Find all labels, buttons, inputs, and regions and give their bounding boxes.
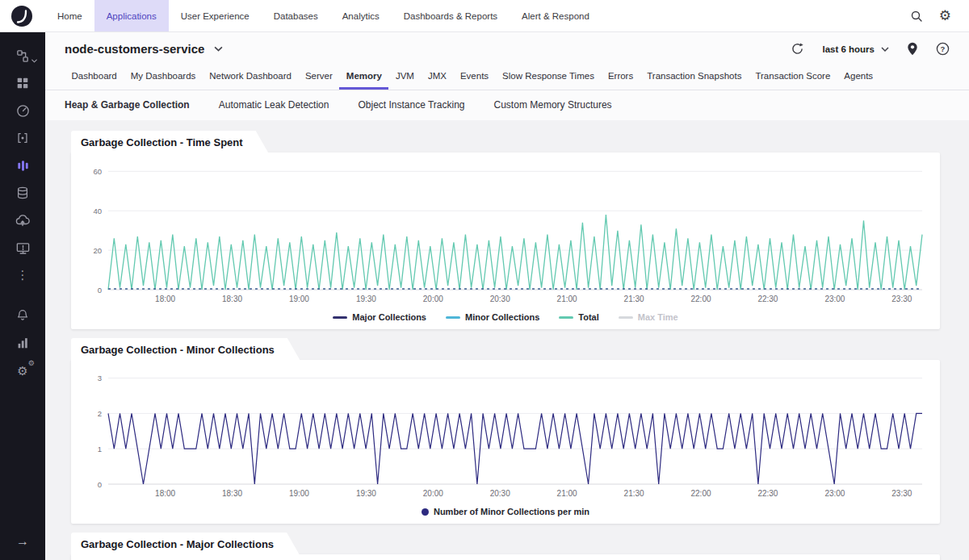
- chevron-down-icon: [214, 46, 223, 52]
- tab-network-dashboard[interactable]: Network Dashboard: [203, 62, 299, 90]
- chevron-down-icon: [31, 52, 37, 66]
- x-axis-tick-label: 23:30: [891, 489, 912, 498]
- gc-minor-collections-chart[interactable]: 0123: [79, 365, 932, 487]
- tab-dashboard[interactable]: Dashboard: [65, 62, 124, 90]
- main-content: node-customers-service last 6 hours ?: [45, 32, 969, 560]
- main-tab-bar: DashboardMy DashboardsNetwork DashboardS…: [45, 62, 969, 90]
- x-axis-tick-label: 21:30: [624, 295, 644, 303]
- tab-memory[interactable]: Memory: [339, 62, 388, 90]
- help-icon[interactable]: ?: [936, 42, 950, 56]
- time-range-selector[interactable]: last 6 hours: [822, 44, 889, 54]
- legend-label: Number of Minor Collections per min: [434, 507, 589, 516]
- nav-item-applications[interactable]: Applications: [94, 0, 169, 31]
- tiers-icon[interactable]: [7, 152, 38, 179]
- expand-sidebar-arrow-icon[interactable]: →: [16, 534, 29, 560]
- refresh-icon[interactable]: [791, 42, 804, 56]
- tab-transaction-snapshots[interactable]: Transaction Snapshots: [640, 62, 749, 90]
- topbar-actions: ⚙: [910, 0, 969, 31]
- notifications-bell-icon[interactable]: [7, 302, 38, 329]
- tab-transaction-score[interactable]: Transaction Score: [749, 62, 837, 90]
- gc-time-spent-chart[interactable]: 0204060: [79, 157, 932, 293]
- svg-text:60: 60: [93, 167, 102, 176]
- legend-item-minor-collections[interactable]: Minor Collections: [446, 312, 539, 322]
- appdynamics-logo-icon[interactable]: [11, 6, 32, 27]
- reports-bar-chart-icon[interactable]: [7, 329, 38, 357]
- charts-area: Garbage Collection - Time Spent 0204060 …: [45, 120, 969, 560]
- x-axis-tick-label: 18:30: [222, 295, 242, 303]
- legend-swatch: [559, 316, 573, 319]
- x-axis-tick-label: 19:30: [356, 489, 376, 498]
- svg-text:1: 1: [98, 445, 102, 453]
- tab-errors[interactable]: Errors: [601, 62, 640, 90]
- x-axis-tick-label: 20:30: [490, 489, 510, 498]
- application-flow-icon[interactable]: [7, 42, 38, 69]
- legend-label: Minor Collections: [465, 312, 539, 322]
- legend-label: Major Collections: [352, 312, 426, 322]
- chart-title: Garbage Collection - Minor Collections: [71, 338, 300, 361]
- x-axis-tick-label: 18:30: [222, 489, 242, 498]
- more-options-icon[interactable]: ⋮: [7, 261, 38, 289]
- top-nav-menu: HomeApplicationsUser ExperienceDatabases…: [45, 0, 602, 31]
- tab-jmx[interactable]: JMX: [421, 62, 453, 90]
- legend-item-major-collections[interactable]: Major Collections: [333, 312, 426, 322]
- chart-legend: Number of Minor Collections per min: [79, 500, 932, 519]
- location-pin-icon[interactable]: [907, 42, 918, 56]
- gc-major-collections-chart[interactable]: [71, 554, 940, 560]
- subtab-object-instance-tracking[interactable]: Object Instance Tracking: [358, 99, 464, 111]
- cloud-icon[interactable]: [7, 207, 38, 234]
- top-navigation-bar: HomeApplicationsUser ExperienceDatabases…: [0, 0, 969, 32]
- tab-agents[interactable]: Agents: [837, 62, 880, 90]
- database-icon[interactable]: [7, 179, 38, 207]
- settings-gears-icon[interactable]: ⚙⚙: [7, 357, 38, 384]
- svg-text:3: 3: [98, 374, 102, 382]
- x-axis-tick-label: 23:00: [824, 295, 845, 303]
- brackets-node-icon[interactable]: [7, 124, 38, 152]
- x-axis-tick-label: 23:30: [891, 295, 912, 303]
- tab-server[interactable]: Server: [298, 62, 339, 90]
- tab-my-dashboards[interactable]: My Dashboards: [124, 62, 203, 90]
- chevron-down-icon: [881, 47, 889, 52]
- subtab-custom-memory-structures[interactable]: Custom Memory Structures: [494, 99, 612, 111]
- legend-item-total[interactable]: Total: [559, 312, 598, 322]
- x-axis-tick-label: 21:00: [557, 295, 577, 303]
- subtab-automatic-leak-detection[interactable]: Automatic Leak Detection: [219, 99, 329, 111]
- x-axis-tick-label: 22:00: [690, 489, 711, 498]
- svg-text:2: 2: [98, 409, 102, 418]
- monitor-icon[interactable]: [7, 234, 38, 261]
- subtab-heap-garbage-collection[interactable]: Heap & Garbage Collection: [65, 99, 190, 111]
- left-sidebar: ⋮ ⚙⚙ →: [0, 32, 45, 560]
- legend-item-max-time[interactable]: Max Time: [619, 312, 678, 322]
- x-axis-tick-label: 18:00: [155, 489, 175, 498]
- nav-item-home[interactable]: Home: [45, 0, 94, 31]
- settings-gear-icon[interactable]: ⚙: [939, 9, 951, 23]
- chart-legend: Major CollectionsMinor CollectionsTotalM…: [79, 306, 932, 324]
- legend-item-number-of-minor-collections-per-min[interactable]: Number of Minor Collections per min: [422, 507, 589, 516]
- tab-events[interactable]: Events: [453, 62, 495, 90]
- nav-item-alert-respond[interactable]: Alert & Respond: [510, 0, 602, 31]
- x-axis-tick-label: 20:00: [423, 295, 443, 303]
- chart-card-major-collections: Garbage Collection - Major Collections: [71, 532, 940, 560]
- nav-item-dashboards-reports[interactable]: Dashboards & Reports: [392, 0, 510, 31]
- nav-item-databases[interactable]: Databases: [262, 0, 330, 31]
- grid-dashboard-icon[interactable]: [7, 69, 38, 97]
- memory-subtab-bar: Heap & Garbage CollectionAutomatic Leak …: [45, 90, 969, 120]
- tab-jvm[interactable]: JVM: [388, 62, 421, 90]
- legend-label: Total: [578, 312, 598, 322]
- x-axis-tick-label: 19:30: [356, 295, 376, 303]
- x-axis-tick-label: 22:30: [757, 295, 778, 303]
- tab-slow-response-times[interactable]: Slow Response Times: [496, 62, 602, 90]
- legend-label: Max Time: [638, 312, 678, 322]
- x-axis-labels: 18:0018:3019:0019:3020:0020:3021:0021:30…: [79, 487, 932, 500]
- legend-swatch: [422, 508, 429, 516]
- chart-card-time-spent: Garbage Collection - Time Spent 0204060 …: [71, 130, 940, 329]
- chart-title: Garbage Collection - Time Spent: [71, 131, 269, 153]
- x-axis-tick-label: 18:00: [155, 295, 175, 303]
- header-actions: last 6 hours ?: [791, 42, 950, 56]
- application-selector[interactable]: node-customers-service: [65, 42, 223, 56]
- gauge-icon[interactable]: [7, 97, 38, 124]
- search-icon[interactable]: [910, 10, 923, 23]
- nav-item-analytics[interactable]: Analytics: [330, 0, 392, 31]
- x-axis-labels: 18:0018:3019:0019:3020:0020:3021:0021:30…: [79, 293, 932, 306]
- nav-item-user-experience[interactable]: User Experience: [169, 0, 262, 31]
- x-axis-tick-label: 20:00: [423, 489, 443, 498]
